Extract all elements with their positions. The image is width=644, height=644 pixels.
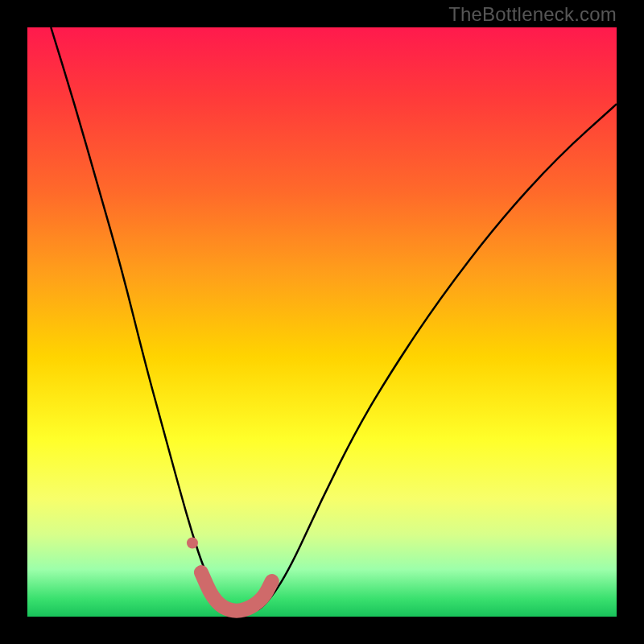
highlight-band	[201, 572, 272, 611]
canvas-frame: TheBottleneck.com	[0, 0, 644, 644]
highlight-dot	[187, 538, 198, 549]
chart-svg	[0, 0, 644, 644]
watermark-text: TheBottleneck.com	[448, 3, 617, 26]
bottleneck-curve	[51, 27, 617, 612]
